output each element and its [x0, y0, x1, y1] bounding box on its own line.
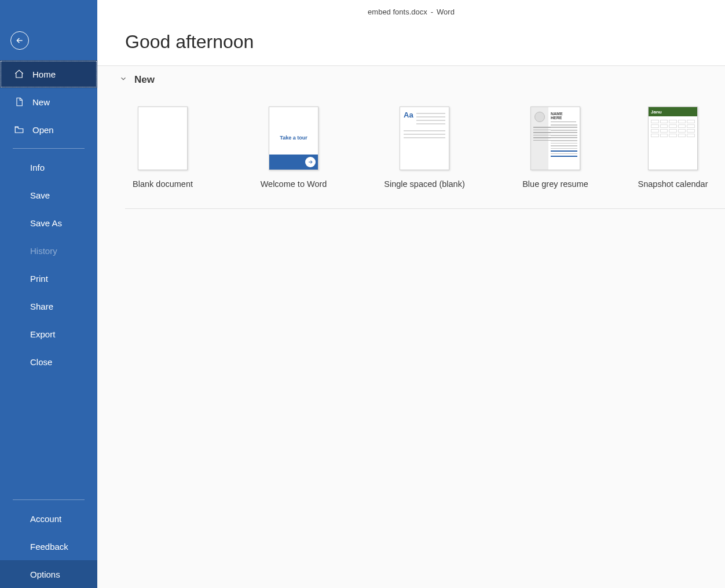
nav-account[interactable]: Account — [0, 505, 97, 532]
backstage-sidebar: Home New Open Info Save Save As History … — [0, 0, 97, 588]
chevron-down-icon — [119, 75, 127, 85]
titlebar-separator: - — [431, 8, 433, 16]
titlebar: embed fonts.docx - Word — [97, 0, 725, 23]
nav-label: Save — [30, 190, 50, 200]
nav-label: Open — [32, 125, 54, 135]
nav-home[interactable]: Home — [0, 60, 97, 88]
nav-label: Print — [30, 274, 48, 284]
thumb-lines — [404, 130, 445, 141]
nav-bottom-group: Account Feedback Options — [0, 505, 97, 588]
template-label: Single spaced (blank) — [384, 179, 464, 189]
template-thumbnail: Take a tour — [269, 106, 318, 170]
nav-primary-group: Home New Open — [0, 60, 97, 144]
nav-divider — [13, 148, 85, 149]
folder-open-icon — [14, 124, 24, 135]
nav-label: Home — [32, 69, 56, 79]
template-thumbnail — [138, 106, 188, 170]
nav-print[interactable]: Print — [0, 264, 97, 292]
nav-label: Feedback — [30, 542, 68, 552]
nav-feedback[interactable]: Feedback — [0, 532, 97, 560]
template-blank-document[interactable]: Blank document — [138, 106, 188, 189]
nav-export[interactable]: Export — [0, 320, 97, 348]
thumb-lines — [416, 113, 445, 127]
nav-new[interactable]: New — [0, 88, 97, 116]
nav-saveas[interactable]: Save As — [0, 209, 97, 237]
nav-open[interactable]: Open — [0, 116, 97, 144]
nav-label: Save As — [30, 218, 62, 228]
thumb-lines — [551, 124, 577, 159]
nav-label: Account — [30, 514, 61, 524]
document-icon — [14, 97, 24, 107]
template-label: Welcome to Word — [261, 179, 327, 189]
nav-close[interactable]: Close — [0, 348, 97, 376]
template-thumbnail: Aa — [400, 106, 449, 170]
section-new-label: New — [134, 74, 155, 86]
template-snapshot-calendar[interactable]: Janu Snapshot calendar — [661, 106, 684, 189]
template-thumbnail: NAMEHERE — [530, 106, 580, 170]
back-button[interactable] — [10, 31, 29, 50]
nav-divider — [13, 499, 85, 500]
thumb-tour-band — [269, 155, 318, 170]
nav-history: History — [0, 237, 97, 264]
template-label: Snapshot calendar — [638, 179, 708, 189]
app-name: Word — [437, 8, 455, 16]
nav-save[interactable]: Save — [0, 181, 97, 209]
nav-label: New — [32, 97, 50, 107]
template-label: Blue grey resume — [522, 179, 588, 189]
arrow-right-circle-icon — [305, 157, 316, 167]
template-single-spaced[interactable]: Aa Single spaced (blank) — [400, 106, 449, 189]
content-area: New Blank document Take a tour — [97, 65, 725, 588]
template-welcome-to-word[interactable]: Take a tour Welcome to Word — [269, 106, 318, 189]
nav-info[interactable]: Info — [0, 153, 97, 181]
nav-secondary-group: Info Save Save As History Print Share Ex… — [0, 153, 97, 376]
home-icon — [14, 69, 24, 79]
thumb-calendar-header: Janu — [649, 107, 697, 116]
document-name: embed fonts.docx — [368, 8, 427, 16]
nav-label: Close — [30, 357, 52, 367]
main-area: embed fonts.docx - Word Good afternoon N… — [97, 0, 725, 588]
nav-label: Info — [30, 163, 45, 172]
template-thumbnail: Janu — [648, 106, 698, 170]
nav-label: Options — [30, 569, 60, 579]
nav-options[interactable]: Options — [0, 560, 97, 588]
thumb-aa-glyph: Aa — [404, 111, 413, 119]
arrow-left-icon — [15, 36, 24, 45]
row-divider — [125, 208, 725, 209]
thumb-resume-name: NAMEHERE — [551, 112, 576, 124]
thumb-calendar-grid — [651, 120, 695, 138]
section-new-header[interactable]: New — [97, 66, 725, 86]
template-row: Blank document Take a tour Welcome to Wo… — [97, 86, 725, 189]
template-blue-grey-resume[interactable]: NAMEHERE Blue grey resume — [530, 106, 580, 189]
nav-label: History — [30, 246, 57, 256]
template-label: Blank document — [133, 179, 193, 189]
nav-share[interactable]: Share — [0, 292, 97, 320]
avatar-icon — [534, 112, 545, 122]
nav-label: Share — [30, 302, 53, 311]
thumb-tour-text: Take a tour — [269, 135, 318, 141]
nav-label: Export — [30, 329, 55, 339]
greeting-heading: Good afternoon — [97, 23, 725, 65]
